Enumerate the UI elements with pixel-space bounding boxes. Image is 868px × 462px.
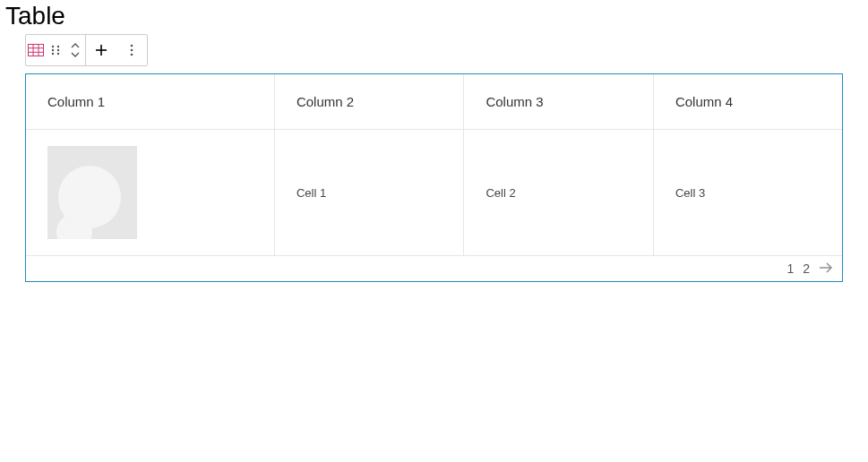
table-icon bbox=[28, 44, 44, 56]
add-button[interactable] bbox=[86, 35, 116, 65]
table-cell[interactable]: Cell 2 bbox=[464, 130, 653, 256]
toolbar-group-block bbox=[26, 35, 85, 65]
move-up-down-icon bbox=[71, 42, 80, 58]
toolbar-group-add bbox=[85, 35, 147, 65]
svg-point-14 bbox=[131, 49, 133, 52]
pagination-page[interactable]: 2 bbox=[803, 261, 810, 276]
avatar-placeholder bbox=[47, 146, 137, 239]
svg-point-5 bbox=[52, 46, 54, 47]
data-table: Column 1 Column 2 Column 3 Column 4 Cell… bbox=[26, 74, 842, 256]
table-header-row: Column 1 Column 2 Column 3 Column 4 bbox=[26, 74, 842, 130]
svg-point-15 bbox=[131, 54, 133, 56]
column-header[interactable]: Column 1 bbox=[26, 74, 274, 130]
drag-handle-button[interactable] bbox=[46, 35, 65, 65]
table-row: Cell 1 Cell 2 Cell 3 bbox=[26, 130, 842, 256]
more-icon bbox=[130, 44, 133, 56]
table-block-icon-button[interactable] bbox=[26, 35, 46, 65]
svg-point-10 bbox=[57, 53, 59, 55]
drag-handle-icon bbox=[51, 44, 60, 56]
svg-point-6 bbox=[57, 46, 59, 47]
column-header[interactable]: Column 4 bbox=[653, 74, 842, 130]
pagination-page[interactable]: 1 bbox=[786, 261, 794, 276]
arrow-right-icon bbox=[819, 261, 833, 276]
block-title: Table bbox=[0, 0, 868, 30]
svg-point-9 bbox=[52, 53, 54, 55]
table-block[interactable]: Column 1 Column 2 Column 3 Column 4 Cell… bbox=[25, 73, 843, 282]
svg-point-13 bbox=[131, 45, 133, 47]
plus-icon bbox=[95, 44, 107, 56]
svg-point-7 bbox=[52, 49, 54, 51]
table-cell[interactable]: Cell 1 bbox=[274, 130, 463, 256]
svg-rect-0 bbox=[29, 45, 44, 56]
column-header[interactable]: Column 2 bbox=[274, 74, 463, 130]
pagination: 1 2 bbox=[26, 256, 842, 281]
pagination-next-button[interactable] bbox=[819, 261, 833, 276]
more-options-button[interactable] bbox=[116, 35, 147, 65]
table-cell-avatar[interactable] bbox=[26, 130, 274, 256]
block-toolbar bbox=[25, 34, 148, 66]
table-cell[interactable]: Cell 3 bbox=[653, 130, 842, 256]
move-up-down-button[interactable] bbox=[65, 35, 85, 65]
column-header[interactable]: Column 3 bbox=[464, 74, 653, 130]
svg-point-8 bbox=[57, 49, 59, 51]
